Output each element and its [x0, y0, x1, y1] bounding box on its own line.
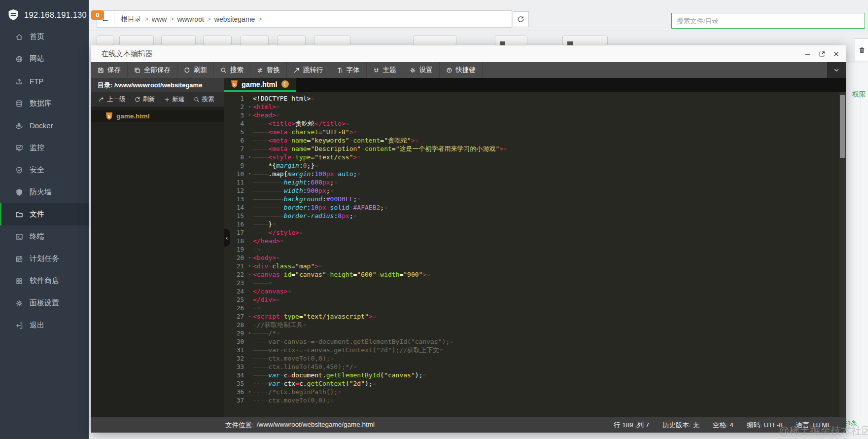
sidebar-item-home[interactable]: 首页	[0, 26, 89, 48]
file-tree-item-game-html[interactable]: 5 game.html	[91, 110, 224, 122]
code-line[interactable]: 7————<meta·name="Description"·content="这…	[224, 145, 846, 153]
toolbar-button-font[interactable]: 字体	[330, 62, 367, 78]
toolbar-button-search[interactable]: 搜索	[214, 62, 250, 78]
code-line[interactable]: 19·¤	[224, 245, 846, 254]
sidebar-item-database[interactable]: 数据库	[0, 92, 89, 114]
code-line[interactable]: 35····var·ctx=c.getContext("2d");¤	[224, 379, 846, 388]
recycle-bin-button[interactable]	[855, 38, 868, 61]
sidebar-item-site[interactable]: 网站	[0, 48, 89, 70]
toolbar-button-theme[interactable]: 主题	[367, 62, 403, 78]
toolbar-button-saveall[interactable]: 全部保存	[128, 62, 177, 78]
code-line[interactable]: 1<!DOCTYPE html>¤	[224, 94, 846, 103]
code-line[interactable]: 6————<meta·name="keywords"·content="贪吃蛇"…	[224, 136, 846, 145]
minimize-icon[interactable]	[804, 50, 811, 58]
code-line[interactable]: 14————————border:10px·solid·#AFAEB2;¤	[224, 203, 846, 212]
code-line[interactable]: 36▾····/*ctx.beginPath();¤	[224, 388, 846, 396]
code-line[interactable]: 8▾————<style·type="text/css">¤	[224, 153, 846, 161]
code-line[interactable]: 25</div>¤	[224, 295, 846, 304]
code-line[interactable]: 37····ctx.moveTo(0,0);¤	[224, 396, 846, 404]
filemanager-button[interactable]	[314, 36, 350, 45]
code-line[interactable]: 18</head>¤	[224, 237, 846, 245]
code-line[interactable]: 24</canvas>¤	[224, 287, 846, 295]
panel-collapse-handle[interactable]: ‹	[224, 229, 230, 247]
code-line[interactable]: 5————<meta·charset="UTF-8">¤	[224, 128, 846, 136]
code-line[interactable]: 30————var·canvas·=·document.getElementBy…	[224, 337, 846, 346]
code-line[interactable]: 16————}¤	[224, 220, 846, 228]
code-line[interactable]: 33————ctx.lineTo(450,450);*/¤	[224, 363, 846, 371]
code-line[interactable]: 11————————height:600px;¤	[224, 178, 846, 186]
code-line[interactable]: 31————var·ctx·=·canvas.getContext("2d");…	[224, 346, 846, 354]
filemanager-button[interactable]	[203, 36, 232, 45]
breadcrumb[interactable]: 根目录>www>wwwroot>websitegame>	[114, 10, 512, 28]
fold-arrow-icon[interactable]: ▾	[246, 329, 253, 337]
toolbar-button-hotkey[interactable]: 快捷键	[440, 62, 483, 78]
panel-action-refresh[interactable]: 刷新	[130, 95, 160, 104]
code-line[interactable]: 12————————width:900px;¤	[224, 186, 846, 195]
fold-arrow-icon[interactable]: ▾	[246, 111, 253, 119]
panel-action-search[interactable]: 搜索	[189, 95, 219, 104]
toolbar-collapse-button[interactable]	[827, 62, 846, 78]
code-line[interactable]: 9————*{margin:0;}¤	[224, 161, 846, 170]
breadcrumb-item[interactable]: www	[152, 15, 167, 23]
breadcrumb-item[interactable]: 根目录	[121, 15, 141, 24]
code-line[interactable]: 15————————border-radius:8px;¤	[224, 212, 846, 220]
fold-arrow-icon[interactable]: ▾	[246, 103, 253, 111]
sidebar-item-security[interactable]: 安全	[0, 159, 89, 181]
code-line[interactable]: 17————</style>¤	[224, 228, 846, 237]
maximize-icon[interactable]	[818, 50, 826, 58]
breadcrumb-item[interactable]: websitegame	[214, 15, 255, 23]
search-input[interactable]	[671, 13, 865, 29]
toolbar-button-refresh[interactable]: 刷新	[177, 62, 214, 78]
code-line[interactable]: 22▾<canvas·id="canvas"·height="600"·widt…	[224, 270, 846, 279]
sidebar-item-firewall[interactable]: 防火墙	[0, 181, 89, 203]
filemanager-button[interactable]	[97, 36, 113, 45]
breadcrumb-refresh-button[interactable]	[513, 11, 529, 27]
code-line[interactable]: 20▾<body>¤	[224, 254, 846, 262]
code-line[interactable]: 23————¤	[224, 279, 846, 287]
filemanager-button[interactable]	[240, 36, 269, 45]
message-count-badge[interactable]: 0	[91, 10, 104, 20]
panel-action-up[interactable]: 上一级	[94, 95, 130, 104]
code-line[interactable]: 32————ctx.moveTo(0,0);¤	[224, 354, 846, 363]
filemanager-button[interactable]	[119, 36, 154, 45]
code-line[interactable]: 27▾<script·type="text/javascript">¤	[224, 312, 846, 321]
fold-arrow-icon[interactable]: ▾	[246, 312, 253, 321]
filemanager-button[interactable]	[161, 36, 196, 45]
code-line[interactable]: 4————<title>贪吃蛇</title>¤	[224, 119, 846, 128]
code-line[interactable]: 28·//获取绘制工具¤	[224, 321, 846, 329]
toolbar-button-goto[interactable]: 跳转行	[287, 62, 330, 78]
scrollbar-thumb[interactable]	[840, 95, 845, 158]
tab-game-html[interactable]: 5 game.html !	[224, 78, 296, 92]
sidebar-item-cron[interactable]: 计划任务	[0, 248, 89, 270]
code-line[interactable]: 29▾————/*¤	[224, 329, 846, 337]
breadcrumb-item[interactable]: wwwroot	[177, 15, 204, 23]
fold-arrow-icon[interactable]: ▾	[246, 262, 253, 270]
sidebar-item-files[interactable]: 文件	[0, 203, 89, 225]
toolbar-button-replace[interactable]: 替换	[250, 62, 287, 78]
filemanager-button[interactable]	[413, 36, 456, 45]
sidebar-item-logout[interactable]: 退出	[0, 314, 89, 336]
close-icon[interactable]	[833, 50, 840, 58]
code-line[interactable]: 26·¤	[224, 304, 846, 312]
code-editor[interactable]: 1<!DOCTYPE html>¤2▾<html>¤3▾<head>¤4————…	[224, 92, 846, 417]
fold-arrow-icon[interactable]: ▾	[246, 254, 253, 262]
sidebar-item-terminal[interactable]: 终端	[0, 225, 89, 248]
sidebar-item-store[interactable]: 软件商店	[0, 270, 89, 292]
sidebar-item-docker[interactable]: Docker	[0, 114, 89, 137]
fold-arrow-icon[interactable]: ▾	[246, 270, 253, 279]
code-line[interactable]: 21▾<div·class="map">¤	[224, 262, 846, 270]
fold-arrow-icon[interactable]: ▾	[246, 170, 253, 178]
fold-arrow-icon[interactable]: ▾	[246, 153, 253, 161]
code-line[interactable]: 2▾<html>¤	[224, 103, 846, 111]
code-line[interactable]: 13————————background:#00D0FF;¤	[224, 195, 846, 203]
filemanager-button[interactable]	[277, 36, 306, 45]
sidebar-item-ftp[interactable]: FTP	[0, 70, 89, 92]
code-line[interactable]: 10▾————.map{margin:100px·auto;¤	[224, 170, 846, 178]
sidebar-item-monitor[interactable]: 监控	[0, 137, 89, 159]
panel-action-plus[interactable]: 新建	[160, 95, 189, 104]
code-line[interactable]: 3▾<head>¤	[224, 111, 846, 119]
toolbar-button-settings[interactable]: 设置	[403, 62, 440, 78]
code-line[interactable]: 34————var·c=document.getElementById("can…	[224, 371, 846, 379]
fold-arrow-icon[interactable]: ▾	[246, 388, 253, 396]
sidebar-item-settings[interactable]: 面板设置	[0, 292, 89, 314]
